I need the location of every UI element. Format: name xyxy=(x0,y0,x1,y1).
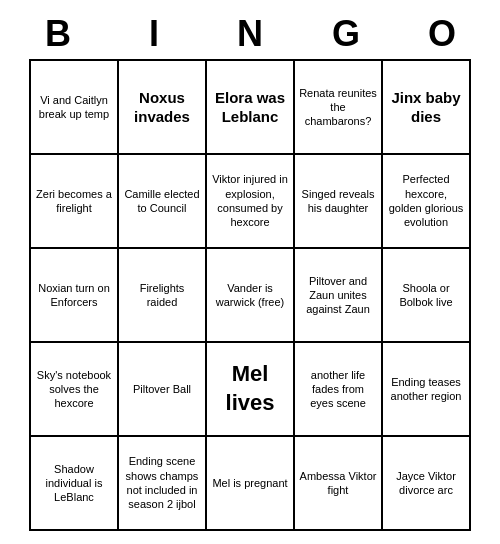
bingo-cell[interactable]: Firelights raided xyxy=(119,249,207,343)
letter-g: G xyxy=(302,13,390,55)
letter-b: B xyxy=(14,13,102,55)
bingo-cell[interactable]: Shadow individual is LeBlanc xyxy=(31,437,119,531)
bingo-cell[interactable]: Elora was Leblanc xyxy=(207,61,295,155)
bingo-cell[interactable]: Noxian turn on Enforcers xyxy=(31,249,119,343)
bingo-cell[interactable]: Zeri becomes a firelight xyxy=(31,155,119,249)
bingo-cell[interactable]: Noxus invades xyxy=(119,61,207,155)
bingo-cell[interactable]: Renata reunites the chambarons? xyxy=(295,61,383,155)
letter-n: N xyxy=(206,13,294,55)
bingo-cell[interactable]: Mel lives xyxy=(207,343,295,437)
bingo-cell[interactable]: Perfected hexcore, golden glorious evolu… xyxy=(383,155,471,249)
bingo-cell[interactable]: Sky's notebook solves the hexcore xyxy=(31,343,119,437)
bingo-cell[interactable]: Mel is pregnant xyxy=(207,437,295,531)
bingo-cell[interactable]: Jayce Viktor divorce arc xyxy=(383,437,471,531)
bingo-title: B I N G O xyxy=(10,13,490,55)
bingo-cell[interactable]: Piltover Ball xyxy=(119,343,207,437)
bingo-cell[interactable]: Ending teases another region xyxy=(383,343,471,437)
bingo-cell[interactable]: Piltover and Zaun unites against Zaun xyxy=(295,249,383,343)
bingo-cell[interactable]: Ending scene shows champs not included i… xyxy=(119,437,207,531)
bingo-cell[interactable]: Jinx baby dies xyxy=(383,61,471,155)
bingo-cell[interactable]: Vander is warwick (free) xyxy=(207,249,295,343)
bingo-cell[interactable]: another life fades from eyes scene xyxy=(295,343,383,437)
letter-o: O xyxy=(398,13,486,55)
bingo-cell[interactable]: Singed reveals his daughter xyxy=(295,155,383,249)
bingo-cell[interactable]: Vi and Caitlyn break up temp xyxy=(31,61,119,155)
bingo-grid: Vi and Caitlyn break up tempNoxus invade… xyxy=(29,59,471,531)
bingo-cell[interactable]: Camille elected to Council xyxy=(119,155,207,249)
letter-i: I xyxy=(110,13,198,55)
bingo-cell[interactable]: Shoola or Bolbok live xyxy=(383,249,471,343)
bingo-cell[interactable]: Viktor injured in explosion, consumed by… xyxy=(207,155,295,249)
bingo-cell[interactable]: Ambessa Viktor fight xyxy=(295,437,383,531)
